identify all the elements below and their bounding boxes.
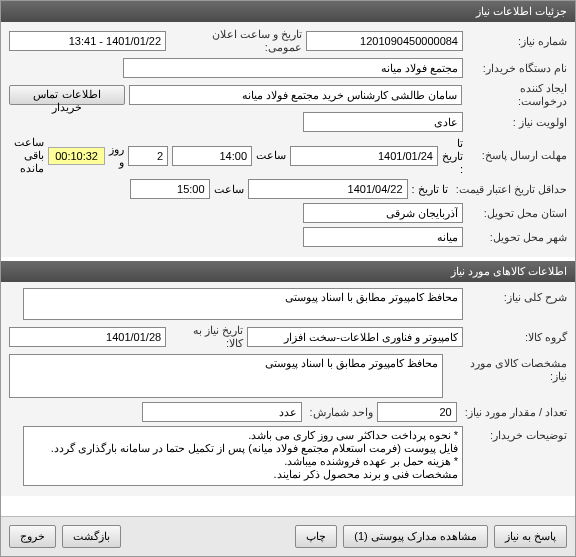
priority-field[interactable] xyxy=(303,112,463,132)
deadline-label: مهلت ارسال پاسخ: xyxy=(467,149,567,162)
desc-label: شرح کلی نیاز: xyxy=(467,288,567,304)
time-label-2: ساعت xyxy=(214,183,244,196)
attachments-button[interactable]: مشاهده مدارک پیوستی (1) xyxy=(343,525,488,548)
unit-label: واحد شمارش: xyxy=(306,406,373,419)
print-button[interactable]: چاپ xyxy=(295,525,337,548)
to-date-label: تا تاریخ : xyxy=(442,137,463,175)
desc-field[interactable] xyxy=(23,288,463,320)
exit-button[interactable]: خروج xyxy=(9,525,56,548)
group-field[interactable] xyxy=(247,327,463,347)
notes-label: توضیحات خریدار: xyxy=(467,426,567,442)
validity-time-field[interactable] xyxy=(130,179,210,199)
back-button[interactable]: بازگشت xyxy=(62,525,121,548)
footer-bar: پاسخ به نیاز مشاهده مدارک پیوستی (1) چاپ… xyxy=(1,516,575,556)
deadline-time-field[interactable] xyxy=(172,146,252,166)
notes-field[interactable] xyxy=(23,426,463,486)
group-label: گروه کالا: xyxy=(467,331,567,344)
province-field[interactable] xyxy=(303,203,463,223)
creator-field[interactable] xyxy=(129,85,462,105)
city-field[interactable] xyxy=(303,227,463,247)
announce-label: تاریخ و ساعت اعلان عمومی: xyxy=(170,28,302,54)
unit-field[interactable] xyxy=(142,402,302,422)
need-date-label: تاریخ نیاز به کالا: xyxy=(170,324,243,350)
validity-label: حداقل تاریخ اعتبار قیمت: xyxy=(452,183,567,196)
window: جزئیات اطلاعات نیاز شماره نیاز: تاریخ و … xyxy=(0,0,576,557)
validity-date-field[interactable] xyxy=(248,179,408,199)
creator-label: ایجاد کننده درخواست: xyxy=(466,82,567,108)
need-date-field[interactable] xyxy=(9,327,166,347)
spec-label: مشخصات کالای مورد نیاز: xyxy=(447,354,567,383)
days-label: روز و xyxy=(109,143,124,169)
priority-label: اولویت نیاز : xyxy=(467,116,567,129)
reply-button[interactable]: پاسخ به نیاز xyxy=(494,525,567,548)
spec-field[interactable] xyxy=(9,354,443,398)
header-form: شماره نیاز: تاریخ و ساعت اعلان عمومی: نا… xyxy=(1,22,575,257)
days-field[interactable] xyxy=(128,146,168,166)
time-label-1: ساعت xyxy=(256,149,286,162)
qty-label: تعداد / مقدار مورد نیاز: xyxy=(461,406,567,419)
countdown: 00:10:32 xyxy=(48,147,105,165)
window-title: جزئیات اطلاعات نیاز xyxy=(1,1,575,22)
to-date-label-2: تا تاریخ : xyxy=(412,183,448,196)
qty-field[interactable] xyxy=(377,402,457,422)
items-section-title: اطلاعات کالاهای مورد نیاز xyxy=(1,261,575,282)
req-no-label: شماره نیاز: xyxy=(467,35,567,48)
remain-label: ساعت باقی مانده xyxy=(9,136,44,175)
announce-field[interactable] xyxy=(9,31,166,51)
deadline-date-field[interactable] xyxy=(290,146,438,166)
req-no-field[interactable] xyxy=(306,31,463,51)
city-label: شهر محل تحویل: xyxy=(467,231,567,244)
province-label: استان محل تحویل: xyxy=(467,207,567,220)
buyer-label: نام دستگاه خریدار: xyxy=(467,62,567,75)
contact-button[interactable]: اطلاعات تماس خریدار xyxy=(9,85,125,105)
buyer-field[interactable] xyxy=(123,58,463,78)
items-form: شرح کلی نیاز: گروه کالا: تاریخ نیاز به ک… xyxy=(1,282,575,496)
